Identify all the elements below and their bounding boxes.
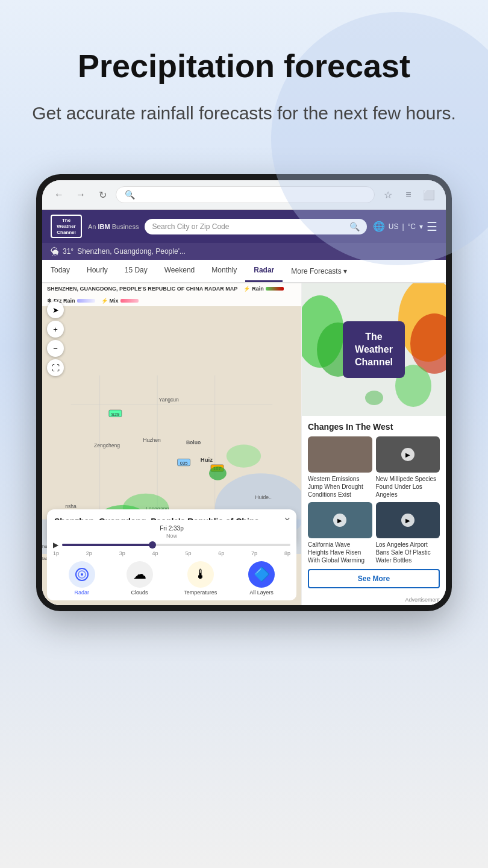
more-forecasts-arrow: ▾ bbox=[343, 267, 347, 275]
news-caption-3: California Wave Heights Have Risen With … bbox=[308, 541, 372, 564]
legend-rain: ⚡ Rain bbox=[243, 286, 284, 292]
svg-text:Zengcheng: Zengcheng bbox=[94, 442, 120, 448]
tab-today[interactable]: Today bbox=[42, 260, 78, 282]
wc-logo-text: The Weather Channel bbox=[55, 218, 78, 235]
search-icon: 🔍 bbox=[125, 190, 135, 200]
layer-icons: Radar ☁ Clouds 🌡 Temperatures bbox=[53, 561, 290, 596]
all-layers-label: All Layers bbox=[249, 590, 274, 596]
timeline-now-label: Now bbox=[53, 533, 290, 539]
timeline-progress bbox=[62, 544, 154, 546]
expand-button[interactable]: ⛶ bbox=[47, 359, 64, 376]
frzrain-bar bbox=[77, 299, 95, 303]
legend-mix: ⚡ Mix bbox=[101, 298, 139, 304]
timeline-row: ▶ bbox=[53, 541, 290, 549]
news-play-2: ▶ bbox=[401, 448, 414, 461]
svg-text:Huiz: Huiz bbox=[201, 456, 213, 463]
tab-hourly[interactable]: Hourly bbox=[78, 260, 116, 282]
news-play-4: ▶ bbox=[401, 514, 414, 527]
tab-radar[interactable]: Radar bbox=[245, 260, 283, 282]
news-caption-4: Los Angeles Airport Bans Sale Of Plastic… bbox=[376, 541, 440, 564]
wc-logo[interactable]: The Weather Channel bbox=[51, 215, 82, 238]
news-thumb-1 bbox=[308, 436, 372, 473]
rain-icon: ⚡ bbox=[243, 286, 250, 292]
news-item-2[interactable]: ▶ New Millipede Species Found Under Los … bbox=[376, 436, 440, 498]
hero-subtitle: Get accurate rainfall forecasts for the … bbox=[24, 101, 464, 126]
timeline-knob bbox=[149, 541, 156, 549]
tab-more-forecasts[interactable]: More Forecasts ▾ bbox=[283, 260, 355, 282]
news-grid: Western Emissions Jump When Drought Cond… bbox=[308, 436, 440, 564]
more-forecasts-label: More Forecasts bbox=[291, 267, 341, 275]
news-section-title: Changes In The West bbox=[308, 422, 440, 432]
temperatures-layer-label: Temperatures bbox=[184, 590, 217, 596]
radar-header: SHENZHEN, GUANGDONG, PEOPLE'S REPUBLIC O… bbox=[42, 283, 301, 306]
zoom-out-button[interactable]: − bbox=[47, 340, 64, 357]
wc-ibm-text: An IBM Business bbox=[88, 223, 139, 230]
svg-text:S29: S29 bbox=[111, 412, 120, 417]
map-container: SHENZHEN, GUANGDONG, PEOPLE'S REPUBLIC O… bbox=[42, 283, 301, 605]
timeline-bar[interactable] bbox=[62, 544, 290, 546]
right-sidebar: Advertisement Th bbox=[301, 283, 446, 605]
clouds-layer-label: Clouds bbox=[131, 590, 148, 596]
layer-temperatures[interactable]: 🌡 Temperatures bbox=[184, 561, 217, 596]
radar-layer-label: Radar bbox=[75, 590, 90, 596]
svg-point-39 bbox=[81, 573, 83, 576]
browser-back-button[interactable]: ← bbox=[51, 186, 67, 203]
svg-point-46 bbox=[365, 391, 383, 405]
layer-clouds[interactable]: ☁ Clouds bbox=[127, 561, 153, 596]
svg-text:Boluo: Boluo bbox=[186, 440, 201, 446]
tab-weekend[interactable]: Weekend bbox=[156, 260, 203, 282]
see-more-button[interactable]: See More bbox=[308, 569, 440, 588]
location-temp: 31° bbox=[63, 247, 74, 256]
news-thumb-3: ▶ bbox=[308, 502, 372, 538]
radar-title: SHENZHEN, GUANGDONG, PEOPLE'S REPUBLIC O… bbox=[47, 286, 237, 292]
timeline-time: Fri 2:33p bbox=[53, 525, 290, 532]
svg-text:Yangcun: Yangcun bbox=[159, 397, 180, 403]
tab-15day[interactable]: 15 Day bbox=[116, 260, 156, 282]
hero-title: Precipitation forecast bbox=[24, 48, 464, 84]
svg-text:nsha: nsha bbox=[65, 503, 77, 509]
browser-refresh-button[interactable]: ↻ bbox=[94, 186, 111, 203]
svg-point-35 bbox=[209, 467, 227, 480]
timeline-labels: 1p 2p 3p 4p 5p 6p 7p 8p bbox=[53, 550, 290, 556]
news-item-1[interactable]: Western Emissions Jump When Drought Cond… bbox=[308, 436, 372, 498]
compass-button[interactable]: ➤ bbox=[47, 301, 64, 318]
news-thumb-4: ▶ bbox=[376, 502, 440, 538]
ad-banner: Advertisement Th bbox=[302, 283, 446, 416]
layer-all[interactable]: 🔷 All Layers bbox=[248, 561, 275, 596]
zoom-in-button[interactable]: + bbox=[47, 321, 64, 338]
news-item-3[interactable]: ▶ California Wave Heights Have Risen Wit… bbox=[308, 502, 372, 564]
hero-section: Precipitation forecast Get accurate rain… bbox=[0, 0, 488, 162]
rain-bar bbox=[266, 287, 284, 291]
svg-text:035: 035 bbox=[180, 461, 188, 466]
tab-monthly[interactable]: Monthly bbox=[203, 260, 245, 282]
news-caption-2: New Millipede Species Found Under Los An… bbox=[376, 475, 440, 498]
main-content: SHENZHEN, GUANGDONG, PEOPLE'S REPUBLIC O… bbox=[42, 283, 446, 605]
layer-radar[interactable]: Radar bbox=[69, 561, 95, 596]
ad-label-bottom: Advertisement bbox=[302, 594, 446, 605]
news-caption-1: Western Emissions Jump When Drought Cond… bbox=[308, 475, 372, 498]
svg-text:Huzhen: Huzhen bbox=[143, 437, 161, 443]
news-section: Changes In The West Western Emissions Ju… bbox=[302, 416, 446, 594]
ad-wc-logo: The Weather Channel bbox=[343, 321, 405, 378]
news-thumb-2: ▶ bbox=[376, 436, 440, 473]
news-item-4[interactable]: ▶ Los Angeles Airport Bans Sale Of Plast… bbox=[376, 502, 440, 564]
svg-point-34 bbox=[227, 445, 261, 468]
browser-forward-button[interactable]: → bbox=[72, 186, 89, 203]
cloud-icon: 🌦 bbox=[51, 247, 59, 256]
mix-bar bbox=[120, 299, 139, 303]
news-play-3: ▶ bbox=[333, 514, 346, 527]
timeline-card: Fri 2:33p Now ▶ 1p 2p bbox=[47, 520, 296, 600]
play-button[interactable]: ▶ bbox=[53, 541, 58, 549]
map-controls: ➤ + − ⛶ bbox=[47, 301, 64, 376]
svg-text:Huide..: Huide.. bbox=[255, 494, 272, 500]
location-name: Shenzhen, Guangdong, People'... bbox=[77, 247, 186, 256]
